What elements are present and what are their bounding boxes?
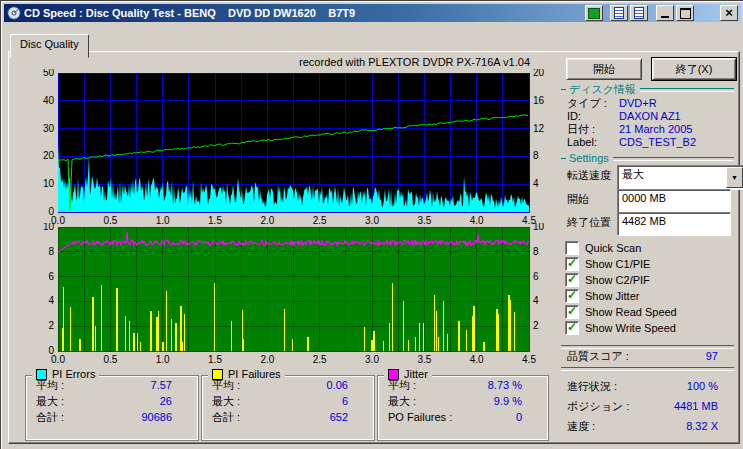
- speed-select-value: 最大: [622, 168, 644, 180]
- svg-text:50: 50: [43, 69, 55, 78]
- show-read-speed-option[interactable]: Show Read Speed: [565, 305, 677, 319]
- settings-header: Settings: [561, 152, 734, 164]
- quality-score-value: 97: [706, 350, 718, 362]
- svg-text:0.5: 0.5: [103, 354, 117, 365]
- svg-text:10: 10: [533, 223, 545, 232]
- close-icon: ×: [725, 8, 733, 18]
- progress-value: 100 %: [687, 380, 718, 392]
- stat-row: 合計 :90686: [26, 411, 198, 424]
- svg-text:4: 4: [533, 178, 539, 189]
- svg-text:8: 8: [533, 246, 539, 257]
- transfer-speed-label: 転送速度: [567, 169, 611, 181]
- dropdown-button[interactable]: ▼: [726, 167, 743, 188]
- svg-text:2: 2: [533, 320, 539, 331]
- progress-row: 進行状況 : 100 %: [567, 380, 718, 392]
- start-position-field[interactable]: 0000 MB: [617, 189, 731, 213]
- quick-scan-checkbox[interactable]: [565, 241, 579, 255]
- disc-info-header: ディスク情報: [561, 83, 734, 95]
- checkbox-label: Show Jitter: [585, 290, 639, 302]
- checkbox-label: Show Write Speed: [585, 322, 676, 334]
- document-icon: [614, 7, 624, 19]
- window-title: CD Speed : Disc Quality Test - BENQ DVD …: [24, 7, 583, 19]
- disc-date-row: 日付 :21 March 2005: [567, 123, 734, 135]
- end-position-field[interactable]: 4482 MB: [617, 212, 731, 236]
- svg-text:6: 6: [48, 271, 54, 282]
- quality-score-label: 品質スコア :: [567, 350, 629, 362]
- separator: [561, 367, 734, 371]
- stat-row: PO Failures :0: [378, 411, 548, 424]
- show-write-speed-option[interactable]: Show Write Speed: [565, 321, 676, 335]
- legend-label: Jitter: [404, 368, 428, 380]
- pi-errors-swatch: [36, 369, 47, 380]
- end-position-label: 終了位置: [567, 216, 611, 228]
- svg-text:2: 2: [48, 320, 54, 331]
- svg-text:8: 8: [48, 246, 54, 257]
- svg-text:20: 20: [43, 150, 55, 161]
- checkbox-label: Show C2/PIF: [585, 274, 650, 286]
- svg-text:10: 10: [43, 178, 55, 189]
- svg-text:4.0: 4.0: [470, 354, 484, 365]
- svg-text:40: 40: [43, 95, 55, 106]
- start-button[interactable]: 開始: [566, 58, 642, 80]
- pi-failures-jitter-chart: 02468102468100.00.51.01.52.02.53.03.54.0…: [29, 223, 551, 367]
- pi-errors-chart: 01020304050481216200.00.51.01.52.02.53.0…: [29, 69, 551, 227]
- position-row: ポジション : 4481 MB: [567, 400, 718, 412]
- checkbox-label: Show Read Speed: [585, 306, 677, 318]
- disc-id-row: ID:DAXON AZ1: [567, 110, 734, 122]
- recorded-with-text: recorded with PLEXTOR DVDR PX-716A v1.04: [58, 56, 530, 68]
- speed-row: 速度 : 8.32 X: [567, 420, 718, 432]
- page-icon-button-1[interactable]: [610, 5, 628, 21]
- svg-text:8: 8: [533, 150, 539, 161]
- svg-text:1.0: 1.0: [156, 354, 170, 365]
- stat-row: 最大 :26: [26, 395, 198, 408]
- quality-score-row: 品質スコア : 97: [567, 350, 718, 362]
- position-label: ポジション :: [567, 400, 629, 412]
- svg-text:3.5: 3.5: [417, 354, 431, 365]
- show-c2-pif-checkbox[interactable]: [565, 273, 579, 287]
- stat-row: 平均 :8.73 %: [378, 379, 548, 392]
- pi-errors-legend: PI Errors: [32, 368, 99, 380]
- svg-text:10: 10: [43, 223, 55, 232]
- svg-text:2.5: 2.5: [313, 354, 327, 365]
- page-icon-button-2[interactable]: [630, 5, 648, 21]
- show-read-speed-checkbox[interactable]: [565, 305, 579, 319]
- stat-row: 合計 :652: [202, 411, 374, 424]
- svg-text:4: 4: [533, 295, 539, 306]
- checkbox-label: Quick Scan: [585, 242, 641, 254]
- show-c1-pie-checkbox[interactable]: [565, 257, 579, 271]
- pi-failures-legend: PI Failures: [208, 368, 285, 380]
- disc-label-row: Label:CDS_TEST_B2: [567, 136, 734, 148]
- document-icon: [634, 7, 644, 19]
- legend-label: PI Errors: [52, 368, 95, 380]
- control-panel: 開始 終了(X) ディスク情報 タイプ :DVD+R ID:DAXON AZ1 …: [557, 53, 738, 441]
- show-c2-pif-option[interactable]: Show C2/PIF: [565, 273, 650, 287]
- exit-button[interactable]: 終了(X): [652, 58, 736, 80]
- minimize-button[interactable]: [656, 5, 674, 21]
- quick-scan-option[interactable]: Quick Scan: [565, 241, 641, 255]
- stat-row: 平均 :0.06: [202, 379, 374, 392]
- chart-icon-button[interactable]: [585, 5, 603, 21]
- disc-type-row: タイプ :DVD+R: [567, 97, 734, 109]
- jitter-legend: Jitter: [384, 368, 432, 380]
- titlebar: CD Speed : Disc Quality Test - BENQ DVD …: [4, 4, 741, 22]
- tab-disc-quality[interactable]: Disc Quality: [10, 34, 89, 58]
- speed-label: 速度 :: [567, 420, 595, 432]
- svg-text:4: 4: [48, 295, 54, 306]
- pi-failures-stats: PI Failures 平均 :0.06 最大 :6 合計 :652: [201, 375, 375, 441]
- show-c1-pie-option[interactable]: Show C1/PIE: [565, 257, 650, 271]
- close-button[interactable]: ×: [720, 5, 738, 21]
- app-icon: [7, 6, 21, 20]
- svg-text:12: 12: [533, 123, 545, 134]
- svg-text:30: 30: [43, 123, 55, 134]
- show-jitter-checkbox[interactable]: [565, 289, 579, 303]
- maximize-button[interactable]: [676, 5, 694, 21]
- speed-value: 8.32 X: [686, 420, 718, 432]
- svg-text:6: 6: [533, 271, 539, 282]
- show-write-speed-checkbox[interactable]: [565, 321, 579, 335]
- legend-label: PI Failures: [228, 368, 281, 380]
- show-jitter-option[interactable]: Show Jitter: [565, 289, 639, 303]
- svg-text:16: 16: [533, 95, 545, 106]
- svg-text:3.0: 3.0: [365, 354, 379, 365]
- minimize-icon: [661, 16, 669, 18]
- speed-select[interactable]: 最大 ▼: [617, 165, 743, 190]
